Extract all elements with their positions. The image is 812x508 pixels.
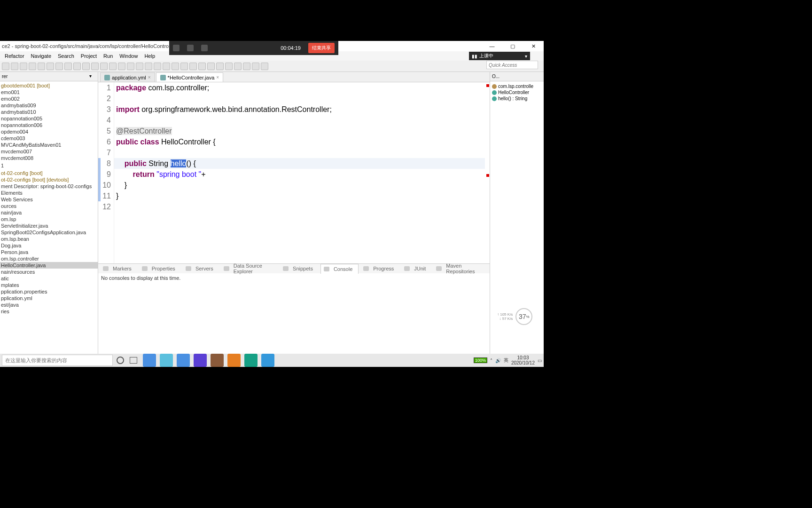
quick-access-input[interactable] bbox=[486, 61, 538, 69]
outline-item[interactable]: HelloController bbox=[491, 89, 543, 95]
toolbar-icon[interactable] bbox=[82, 63, 90, 70]
cortana-icon[interactable] bbox=[117, 357, 124, 364]
minimize-button[interactable]: — bbox=[482, 41, 502, 51]
close-tab-icon[interactable]: × bbox=[148, 75, 151, 80]
toolbar-icon[interactable] bbox=[172, 63, 179, 70]
toolbar-icon[interactable] bbox=[29, 63, 36, 70]
tree-item[interactable]: nopannotation006 bbox=[0, 122, 98, 128]
toolbar-icon[interactable] bbox=[234, 63, 242, 70]
tree-item[interactable]: 1 bbox=[0, 162, 98, 169]
tree-item[interactable]: SpringBoot02ConfigsApplication.java bbox=[0, 229, 98, 236]
outline-item[interactable]: com.lsp.controlle bbox=[491, 83, 543, 89]
editor-tab[interactable]: *HelloController.java× bbox=[156, 72, 224, 82]
toolbar-icon[interactable] bbox=[136, 63, 143, 70]
tree-item[interactable]: mvcdemo007 bbox=[0, 148, 98, 155]
app-icon[interactable] bbox=[261, 354, 274, 367]
tree-item[interactable]: mplates bbox=[0, 282, 98, 288]
toolbar-icon[interactable] bbox=[118, 63, 125, 70]
status-dropdown[interactable]: ▮▮ 上课中 ▾ bbox=[469, 52, 530, 60]
outline-tree[interactable]: com.lsp.controlleHelloControllerhello() … bbox=[490, 81, 544, 103]
toolbar-icon[interactable] bbox=[47, 63, 54, 70]
video-icon[interactable] bbox=[187, 45, 194, 51]
console-tab-snippets[interactable]: Snippets bbox=[280, 264, 319, 273]
tree-item[interactable]: cdemo003 bbox=[0, 135, 98, 142]
tree-item[interactable]: opdemo004 bbox=[0, 128, 98, 135]
app-icon[interactable] bbox=[244, 354, 258, 367]
app-icon[interactable] bbox=[194, 354, 207, 367]
tree-item[interactable]: om.lsp bbox=[0, 216, 98, 222]
toolbar-icon[interactable] bbox=[64, 63, 72, 70]
clock[interactable]: 10:03 2020/10/12 bbox=[511, 355, 535, 365]
tree-item[interactable]: MVCAndMyBatisMaven01 bbox=[0, 142, 98, 148]
tree-item[interactable]: Elements bbox=[0, 190, 98, 196]
error-marker-icon[interactable] bbox=[486, 84, 489, 87]
toolbar-icon[interactable] bbox=[20, 63, 27, 70]
code-editor[interactable]: 123456789101112 package com.lsp.controll… bbox=[98, 82, 490, 263]
tree-item[interactable]: om.lsp.bean bbox=[0, 236, 98, 242]
close-tab-icon[interactable]: × bbox=[216, 75, 219, 80]
tree-item[interactable]: ources bbox=[0, 203, 98, 209]
console-tab-properties[interactable]: Properties bbox=[139, 264, 181, 273]
menu-project[interactable]: Project bbox=[78, 52, 100, 60]
toolbar-icon[interactable] bbox=[198, 63, 206, 70]
error-marker-icon[interactable] bbox=[486, 174, 489, 177]
project-tree[interactable]: gbootdemo001 [boot]emo001emo002andmybati… bbox=[0, 81, 98, 357]
stop-share-button[interactable]: 结束共享 bbox=[308, 43, 335, 53]
toolbar-icon[interactable] bbox=[38, 63, 45, 70]
menu-navigate[interactable]: Navigate bbox=[28, 52, 54, 60]
toolbar-icon[interactable] bbox=[11, 63, 18, 70]
console-tab-markers[interactable]: Markers bbox=[100, 264, 137, 273]
collapse-icon[interactable]: ▾ bbox=[89, 73, 96, 80]
toolbar-icon[interactable] bbox=[2, 63, 9, 70]
toolbar-icon[interactable] bbox=[100, 63, 108, 70]
tree-item[interactable]: ries bbox=[0, 308, 98, 315]
toolbar-icon[interactable] bbox=[252, 63, 259, 70]
toolbar-icon[interactable] bbox=[189, 63, 197, 70]
toolbar-icon[interactable] bbox=[243, 63, 250, 70]
toolbar-icon[interactable] bbox=[180, 63, 188, 70]
app-icon[interactable] bbox=[227, 354, 241, 367]
menu-refactor[interactable]: Refactor bbox=[2, 52, 27, 60]
tree-item[interactable]: emo002 bbox=[0, 95, 98, 102]
ime-indicator[interactable]: 英 bbox=[504, 357, 508, 364]
app-icon[interactable] bbox=[160, 354, 173, 367]
tree-item[interactable]: andmybatis010 bbox=[0, 109, 98, 115]
tree-item[interactable]: ServletInitializer.java bbox=[0, 222, 98, 229]
battery-indicator[interactable]: 100% bbox=[474, 357, 487, 363]
tree-item[interactable]: Web Services bbox=[0, 196, 98, 203]
tree-item[interactable]: nopannotation005 bbox=[0, 115, 98, 122]
tray-up-icon[interactable]: ˄ bbox=[490, 358, 492, 363]
tree-item[interactable]: pplication.properties bbox=[0, 288, 98, 295]
tree-item[interactable]: andmybatis009 bbox=[0, 102, 98, 109]
mic-icon[interactable] bbox=[173, 45, 180, 51]
console-tab-console[interactable]: Console bbox=[320, 264, 359, 274]
console-tab-junit[interactable]: JUnit bbox=[401, 264, 431, 273]
tray-icon[interactable]: 🔊 bbox=[495, 358, 501, 363]
toolbar-icon[interactable] bbox=[55, 63, 63, 70]
menu-window[interactable]: Window bbox=[117, 52, 141, 60]
app-icon[interactable] bbox=[211, 354, 224, 367]
console-tab-progress[interactable]: Progress bbox=[360, 264, 399, 273]
tree-item[interactable]: ment Descriptor: spring-boot-02-configs bbox=[0, 183, 98, 190]
console-tab-servers[interactable]: Servers bbox=[183, 264, 219, 273]
app-icon[interactable] bbox=[177, 354, 190, 367]
taskview-icon[interactable] bbox=[130, 357, 137, 364]
tree-item[interactable]: atic bbox=[0, 275, 98, 282]
tree-item[interactable]: gbootdemo001 [boot] bbox=[0, 82, 98, 89]
tree-item[interactable]: Dog.java bbox=[0, 242, 98, 249]
toolbar-icon[interactable] bbox=[127, 63, 134, 70]
tree-item[interactable]: pplication.yml bbox=[0, 295, 98, 302]
maximize-button[interactable]: ▢ bbox=[502, 41, 523, 51]
tree-item[interactable]: mvcdemot008 bbox=[0, 155, 98, 161]
menu-search[interactable]: Search bbox=[55, 52, 77, 60]
tree-item[interactable]: Person.java bbox=[0, 249, 98, 255]
outline-item[interactable]: hello() : String bbox=[491, 95, 543, 102]
tree-item[interactable]: om.lsp.controller bbox=[0, 255, 98, 262]
toolbar-icon[interactable] bbox=[145, 63, 152, 70]
tree-item[interactable]: emo001 bbox=[0, 89, 98, 95]
tree-item[interactable]: ot-02-configs [boot] [devtools] bbox=[0, 176, 98, 183]
close-button[interactable]: ✕ bbox=[523, 41, 544, 51]
app-icon[interactable] bbox=[143, 354, 156, 367]
editor-tab[interactable]: application.yml× bbox=[100, 72, 155, 82]
tree-item[interactable]: nain/resources bbox=[0, 269, 98, 275]
